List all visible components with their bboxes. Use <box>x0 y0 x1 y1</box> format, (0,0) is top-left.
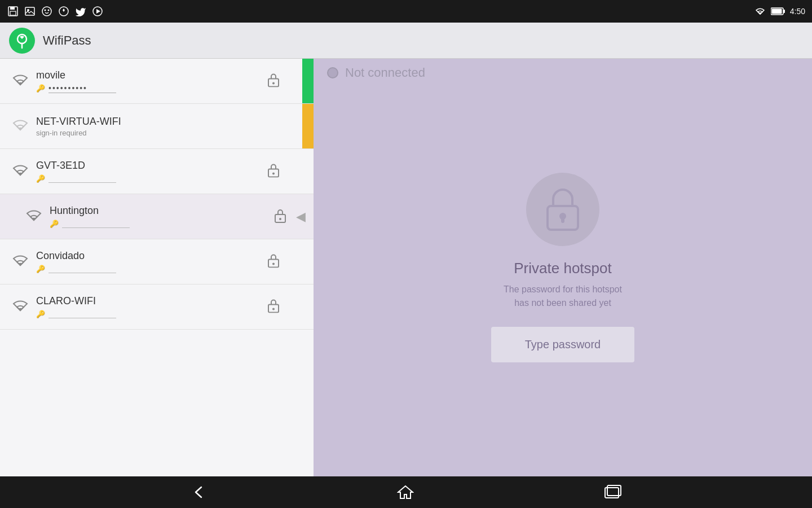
battery-icon <box>771 7 785 15</box>
connection-status-row: Not connected <box>327 65 425 80</box>
lock-big-icon <box>543 187 582 232</box>
movile-info: movile 🔑 •••••••••• <box>32 69 304 93</box>
network-item-convidado[interactable]: Convidado 🔑 <box>0 239 314 284</box>
claro-name: CLARO-WIFI <box>36 295 304 307</box>
movile-password: •••••••••• <box>48 84 116 93</box>
key-icon-movile: 🔑 <box>36 84 45 93</box>
wifi-icon-huntington <box>23 209 45 225</box>
save-icon <box>7 5 19 17</box>
wifi-icon-convidado <box>9 254 32 270</box>
gvt-password <box>48 174 116 183</box>
app-logo <box>9 28 35 54</box>
connection-status-dot <box>327 67 338 78</box>
game-icon <box>41 5 53 17</box>
type-password-button[interactable]: Type password <box>491 327 635 362</box>
network-item-claro[interactable]: CLARO-WIFI 🔑 <box>0 284 314 330</box>
wifi-icon-gvt <box>9 164 32 179</box>
private-hotspot-lock-circle <box>526 173 599 246</box>
lock-icon-convidado <box>267 253 280 270</box>
network-list: movile 🔑 •••••••••• <box>0 59 314 476</box>
network-item-huntington[interactable]: Huntington 🔑 ◀ <box>0 194 314 239</box>
svg-marker-9 <box>63 8 65 12</box>
svg-rect-13 <box>771 9 782 14</box>
main-content: movile 🔑 •••••••••• <box>0 59 812 476</box>
hotspot-title: Private hotspot <box>514 260 611 277</box>
svg-rect-1 <box>10 7 15 10</box>
convidado-password <box>48 264 116 273</box>
huntington-name: Huntington <box>50 205 304 217</box>
svg-rect-25 <box>272 308 275 310</box>
key-icon-huntington: 🔑 <box>50 220 59 228</box>
claro-password <box>48 309 116 318</box>
app-bar: WifiPass <box>0 23 812 59</box>
wifi-icon-net-virtua <box>9 119 32 134</box>
twitter-icon <box>74 5 87 17</box>
nav-bar <box>0 476 812 508</box>
svg-rect-21 <box>279 218 281 220</box>
movile-color-bar <box>302 59 314 103</box>
svg-rect-28 <box>561 217 564 223</box>
svg-rect-17 <box>272 82 275 84</box>
huntington-info: Huntington 🔑 <box>45 205 304 228</box>
home-button[interactable] <box>397 484 414 501</box>
svg-rect-23 <box>272 262 275 265</box>
convidado-info: Convidado 🔑 <box>32 250 304 273</box>
status-icons-left <box>7 5 104 17</box>
network-item-gvt[interactable]: GVT-3E1D 🔑 <box>0 149 314 194</box>
svg-point-4 <box>27 9 29 11</box>
gvt-name: GVT-3E1D <box>36 160 304 172</box>
image-icon <box>24 5 36 17</box>
claro-info: CLARO-WIFI 🔑 <box>32 295 304 318</box>
svg-rect-14 <box>783 10 785 13</box>
wifi-icon-claro <box>9 299 32 315</box>
net-virtua-subtitle: sign-in required <box>36 129 304 137</box>
huntington-password <box>62 219 130 228</box>
key-icon-claro: 🔑 <box>36 310 45 318</box>
lock-icon-claro <box>267 298 280 316</box>
connection-status-text: Not connected <box>345 65 425 80</box>
svg-rect-3 <box>25 7 34 15</box>
collapse-arrow-huntington[interactable]: ◀ <box>296 209 306 224</box>
convidado-name: Convidado <box>36 250 304 262</box>
lock-icon-gvt <box>267 163 280 180</box>
svg-rect-19 <box>272 172 275 174</box>
network-item-net-virtua[interactable]: NET-VIRTUA-WIFI sign-in required <box>0 104 314 149</box>
wifi-icon-movile <box>9 73 32 89</box>
svg-marker-11 <box>96 9 100 14</box>
svg-point-7 <box>48 10 50 11</box>
clock: 4:50 <box>790 7 805 16</box>
back-button[interactable] <box>190 485 207 500</box>
net-virtua-color-bar <box>302 104 314 148</box>
svg-point-6 <box>45 10 46 11</box>
gvt-info: GVT-3E1D 🔑 <box>32 160 304 183</box>
app-title: WifiPass <box>43 33 91 48</box>
svg-rect-2 <box>10 11 16 15</box>
key-icon-convidado: 🔑 <box>36 265 45 273</box>
key-icon-gvt: 🔑 <box>36 174 45 183</box>
wifi-status-icon <box>754 6 766 16</box>
svg-point-5 <box>42 7 51 16</box>
status-bar: 4:50 <box>0 0 812 23</box>
lock-icon-huntington <box>274 208 286 225</box>
movile-name: movile <box>36 69 304 81</box>
hotspot-description: The password for this hotspothas not bee… <box>504 283 622 310</box>
recents-button[interactable] <box>604 484 622 500</box>
right-panel: Not connected Private hotspot The passwo… <box>314 59 812 476</box>
status-icons-right: 4:50 <box>754 6 805 16</box>
media-icon <box>91 5 104 17</box>
unlock-icon-movile <box>267 72 280 90</box>
sports-icon <box>58 5 70 17</box>
net-virtua-info: NET-VIRTUA-WIFI sign-in required <box>32 116 304 137</box>
network-item-movile[interactable]: movile 🔑 •••••••••• <box>0 59 314 104</box>
net-virtua-name: NET-VIRTUA-WIFI <box>36 116 304 128</box>
